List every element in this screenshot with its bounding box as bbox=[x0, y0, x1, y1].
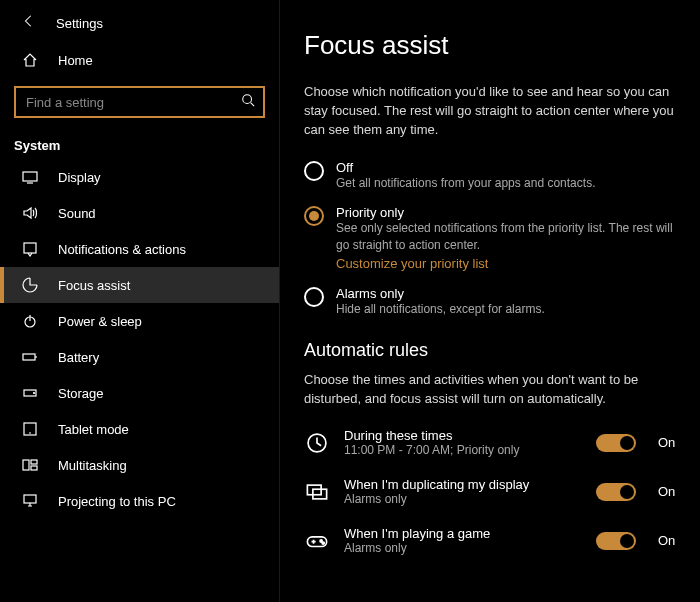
sidebar-item-tablet[interactable]: Tablet mode bbox=[0, 411, 279, 447]
battery-icon bbox=[22, 349, 40, 365]
sidebar-item-sound[interactable]: Sound bbox=[0, 195, 279, 231]
rules-lead: Choose the times and activities when you… bbox=[304, 371, 680, 409]
sidebar-item-label: Battery bbox=[58, 350, 99, 365]
sidebar-item-label: Focus assist bbox=[58, 278, 130, 293]
home-icon bbox=[22, 52, 40, 68]
sidebar-item-label: Display bbox=[58, 170, 101, 185]
sidebar-item-label: Power & sleep bbox=[58, 314, 142, 329]
sidebar-item-label: Projecting to this PC bbox=[58, 494, 176, 509]
svg-rect-11 bbox=[24, 495, 36, 503]
search-input[interactable] bbox=[26, 95, 241, 110]
sidebar-item-label: Notifications & actions bbox=[58, 242, 186, 257]
sidebar-item-storage[interactable]: Storage bbox=[0, 375, 279, 411]
sidebar-item-focus-assist[interactable]: Focus assist bbox=[0, 267, 279, 303]
projecting-icon bbox=[22, 493, 40, 509]
rule-title: When I'm playing a game bbox=[344, 526, 582, 541]
tablet-icon bbox=[22, 421, 40, 437]
sidebar-item-label: Storage bbox=[58, 386, 104, 401]
back-icon[interactable] bbox=[22, 14, 36, 32]
storage-icon bbox=[22, 385, 40, 401]
game-icon bbox=[304, 530, 330, 552]
window-title: Settings bbox=[56, 16, 103, 31]
display-icon bbox=[22, 169, 40, 185]
svg-point-6 bbox=[34, 393, 35, 394]
option-desc: Get all notifications from your apps and… bbox=[336, 175, 595, 192]
nav-home-label: Home bbox=[58, 53, 93, 68]
toggle-state: On bbox=[658, 484, 680, 499]
sidebar-item-label: Tablet mode bbox=[58, 422, 129, 437]
page-title: Focus assist bbox=[304, 30, 680, 61]
radio-icon[interactable] bbox=[304, 287, 324, 307]
sidebar-item-power[interactable]: Power & sleep bbox=[0, 303, 279, 339]
rule-title: During these times bbox=[344, 428, 582, 443]
multitasking-icon bbox=[22, 457, 40, 473]
option-title: Off bbox=[336, 160, 595, 175]
option-priority-only[interactable]: Priority only See only selected notifica… bbox=[304, 205, 680, 272]
rule-desc: 11:00 PM - 7:00 AM; Priority only bbox=[344, 443, 582, 457]
customize-priority-link[interactable]: Customize your priority list bbox=[336, 256, 488, 271]
sidebar-item-battery[interactable]: Battery bbox=[0, 339, 279, 375]
radio-icon[interactable] bbox=[304, 206, 324, 226]
power-icon bbox=[22, 313, 40, 329]
sidebar-item-multitasking[interactable]: Multitasking bbox=[0, 447, 279, 483]
option-title: Priority only bbox=[336, 205, 676, 220]
svg-point-17 bbox=[322, 542, 324, 544]
svg-rect-10 bbox=[31, 466, 37, 470]
toggle-switch[interactable] bbox=[596, 483, 636, 501]
toggle-switch[interactable] bbox=[596, 434, 636, 452]
category-label: System bbox=[0, 128, 279, 159]
option-desc: See only selected notifications from the… bbox=[336, 220, 676, 254]
sidebar-item-display[interactable]: Display bbox=[0, 159, 279, 195]
rule-title: When I'm duplicating my display bbox=[344, 477, 582, 492]
svg-rect-2 bbox=[24, 243, 36, 253]
toggle-state: On bbox=[658, 533, 680, 548]
toggle-switch[interactable] bbox=[596, 532, 636, 550]
option-alarms-only[interactable]: Alarms only Hide all notifications, exce… bbox=[304, 286, 680, 318]
svg-rect-9 bbox=[31, 460, 37, 464]
rules-title: Automatic rules bbox=[304, 340, 680, 361]
sound-icon bbox=[22, 205, 40, 221]
rule-duplicating-display[interactable]: When I'm duplicating my display Alarms o… bbox=[304, 467, 680, 516]
rule-desc: Alarms only bbox=[344, 492, 582, 506]
clock-icon bbox=[304, 432, 330, 454]
option-desc: Hide all notifications, except for alarm… bbox=[336, 301, 545, 318]
sidebar-item-notifications[interactable]: Notifications & actions bbox=[0, 231, 279, 267]
svg-rect-8 bbox=[23, 460, 29, 470]
page-lead: Choose which notification you'd like to … bbox=[304, 83, 680, 140]
sidebar-item-label: Sound bbox=[58, 206, 96, 221]
svg-rect-1 bbox=[23, 172, 37, 181]
sidebar-item-label: Multitasking bbox=[58, 458, 127, 473]
rule-playing-game[interactable]: When I'm playing a game Alarms only On bbox=[304, 516, 680, 565]
nav-home[interactable]: Home bbox=[0, 42, 279, 78]
svg-point-0 bbox=[243, 95, 252, 104]
toggle-state: On bbox=[658, 435, 680, 450]
rule-during-times[interactable]: During these times 11:00 PM - 7:00 AM; P… bbox=[304, 418, 680, 467]
notifications-icon bbox=[22, 241, 40, 257]
option-title: Alarms only bbox=[336, 286, 545, 301]
duplicate-display-icon bbox=[304, 481, 330, 503]
focus-assist-icon bbox=[22, 277, 40, 293]
option-off[interactable]: Off Get all notifications from your apps… bbox=[304, 160, 680, 192]
rule-desc: Alarms only bbox=[344, 541, 582, 555]
search-icon bbox=[241, 93, 255, 111]
svg-rect-4 bbox=[23, 354, 35, 360]
sidebar-item-projecting[interactable]: Projecting to this PC bbox=[0, 483, 279, 519]
radio-icon[interactable] bbox=[304, 161, 324, 181]
search-box[interactable] bbox=[14, 86, 265, 118]
